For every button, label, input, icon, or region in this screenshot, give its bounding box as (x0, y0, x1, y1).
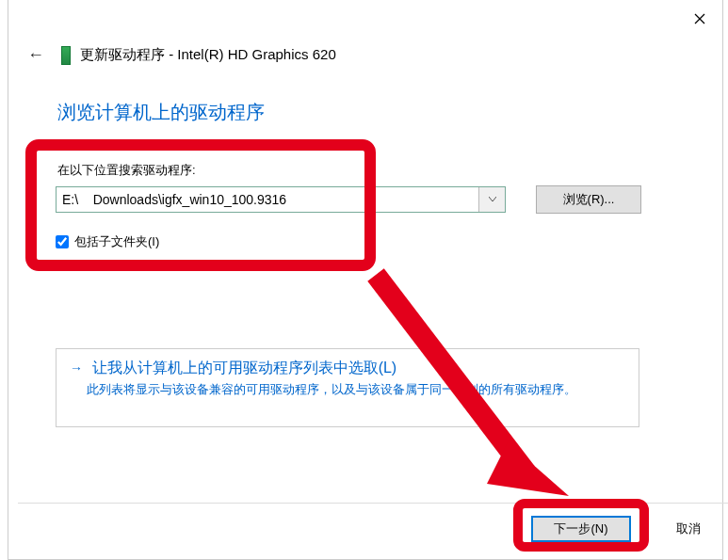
title-prefix: 更新驱动程序 - (80, 46, 177, 62)
back-arrow-icon[interactable]: ← (27, 45, 44, 65)
device-name: Intel(R) HD Graphics 620 (177, 46, 335, 62)
cancel-button[interactable]: 取消 (660, 517, 717, 541)
dialog-header: ← 更新驱动程序 - Intel(R) HD Graphics 620 (27, 45, 687, 65)
footer-divider (18, 503, 728, 504)
browse-button[interactable]: 浏览(R)... (536, 185, 641, 214)
chevron-down-icon (489, 197, 496, 202)
arrow-right-icon: → (70, 360, 83, 376)
page-heading: 浏览计算机上的驱动程序 (57, 100, 265, 125)
driver-update-dialog: ← 更新驱动程序 - Intel(R) HD Graphics 620 浏览计算… (8, 0, 723, 560)
device-icon (61, 46, 71, 65)
pick-from-list-option[interactable]: → 让我从计算机上的可用驱动程序列表中选取(L) 此列表将显示与该设备兼容的可用… (56, 348, 639, 427)
close-icon (694, 13, 705, 24)
option-title: 让我从计算机上的可用驱动程序列表中选取(L) (92, 360, 397, 376)
driver-path-input[interactable] (57, 187, 477, 212)
include-subfolders-checkbox[interactable] (56, 235, 69, 248)
driver-path-combobox[interactable] (56, 186, 506, 213)
dialog-title: 更新驱动程序 - Intel(R) HD Graphics 620 (80, 46, 336, 64)
svg-marker-3 (487, 442, 569, 496)
path-dropdown-button[interactable] (478, 187, 505, 212)
include-subfolders-row: 包括子文件夹(I) (56, 233, 159, 250)
option-description: 此列表将显示与该设备兼容的可用驱动程序，以及与该设备属于同一类别的所有驱动程序。 (87, 380, 625, 399)
next-button[interactable]: 下一步(N) (532, 517, 630, 541)
search-location-label: 在以下位置搜索驱动程序: (57, 162, 196, 179)
include-subfolders-label: 包括子文件夹(I) (74, 233, 159, 250)
close-button[interactable] (687, 6, 713, 32)
